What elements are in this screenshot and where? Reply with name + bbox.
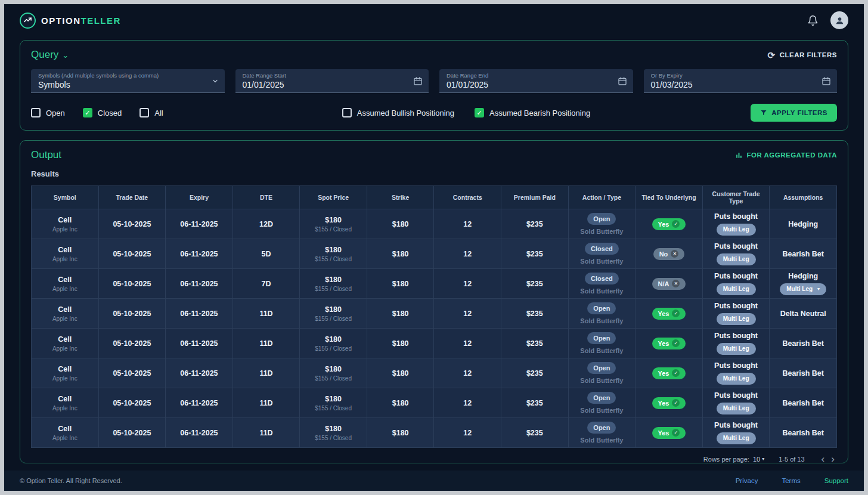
checkbox-icon: ✓	[475, 108, 484, 117]
multi-leg-badge: Multi Leg	[717, 253, 756, 265]
terms-link[interactable]: Terms	[782, 477, 800, 484]
strike: $180	[370, 369, 432, 378]
or-by-expiry-label: Or By Expiry	[651, 72, 817, 79]
action-sub: Sold Butterfly	[571, 377, 633, 384]
pagination-range: 1-5 of 13	[779, 456, 804, 463]
expiry: 06-11-2025	[168, 250, 230, 258]
company-name: Apple Inc	[34, 375, 96, 382]
chevron-down-icon: ▾	[762, 456, 764, 462]
premium-paid: $235	[504, 250, 566, 258]
premium-paid: $235	[504, 310, 566, 318]
date-range-end-field[interactable]: Date Range End 01/01/2025	[439, 69, 633, 93]
previous-page-button[interactable]: ‹	[819, 454, 827, 464]
spot-price: $180	[302, 305, 364, 314]
spot-price-sub: $155 / Closed	[302, 226, 364, 233]
aggregated-data-link[interactable]: FOR AGGREGATED DATA	[735, 151, 837, 159]
calendar-icon[interactable]	[822, 76, 831, 86]
checkbox-label: Closed	[98, 109, 122, 117]
spot-price-sub: $155 / Closed	[302, 435, 364, 441]
tied-to-underlying-badge: Yes✓	[652, 397, 686, 409]
col-strike: Strike	[367, 186, 434, 209]
trade-date: 05-10-2025	[101, 280, 163, 288]
assumption: Bearish Bet	[772, 250, 834, 258]
spot-price: $180	[302, 216, 364, 224]
checkbox-icon	[342, 108, 352, 117]
checkbox-closed[interactable]: ✓ Closed	[83, 108, 122, 117]
or-by-expiry-field[interactable]: Or By Expiry 01/03/2025	[644, 69, 838, 93]
next-page-button[interactable]: ›	[829, 454, 837, 464]
footer: © Option Teller. All Right Reserved. Pri…	[4, 471, 864, 491]
calendar-icon[interactable]	[413, 76, 423, 86]
action-sub: Sold Butterfly	[571, 437, 633, 444]
date-range-start-label: Date Range Start	[243, 72, 409, 79]
assumption: Delta Neutral	[772, 310, 834, 318]
notifications-bell-icon[interactable]	[807, 15, 819, 26]
dte: 11D	[235, 429, 297, 437]
chevron-down-icon: ▾	[817, 284, 820, 294]
date-range-start-field[interactable]: Date Range Start 01/01/2025	[235, 69, 429, 93]
rows-per-page-label: Rows per page:	[703, 456, 749, 463]
contracts: 12	[436, 310, 498, 318]
aggregated-data-icon	[735, 151, 743, 159]
expiry: 06-11-2025	[168, 220, 230, 228]
action-status-badge: Open	[587, 422, 616, 434]
apply-filters-button[interactable]: APPLY FILTERS	[751, 104, 837, 122]
spot-price: $180	[302, 276, 364, 284]
action-status-badge: Closed	[585, 273, 619, 284]
support-link[interactable]: Support	[824, 477, 848, 484]
spot-price: $180	[302, 335, 364, 344]
assumption: Bearish Bet	[772, 369, 834, 378]
table-row: CellApple Inc 05-10-2025 06-11-2025 7D $…	[32, 269, 837, 299]
customer-trade-type: Puts bought	[705, 361, 767, 370]
spot-price: $180	[302, 365, 364, 373]
query-checkbox-row: Open ✓ Closed All Assumed Bullish Positi…	[31, 104, 837, 122]
col-contracts: Contracts	[434, 186, 501, 209]
brand-name: OPTIONTELLER	[41, 16, 121, 26]
check-icon: ✓	[672, 399, 680, 407]
assumption: Bearish Bet	[772, 339, 834, 348]
pagination: Rows per page: 10 ▾ 1-5 of 13 ‹ ›	[31, 448, 837, 464]
contracts: 12	[436, 280, 498, 288]
checkbox-icon	[140, 108, 149, 117]
customer-trade-type: Puts bought	[705, 421, 767, 429]
spot-price-sub: $155 / Closed	[302, 375, 364, 382]
calendar-icon[interactable]	[618, 76, 627, 86]
query-fields: Symbols (Add multiple symbols using a co…	[31, 69, 837, 93]
expiry: 06-11-2025	[168, 310, 230, 318]
assumption-multi-leg-select[interactable]: Multi Leg▾	[780, 283, 826, 295]
col-premium-paid: Premium Paid	[501, 186, 569, 209]
app-window: OPTIONTELLER Query ⌄ ⟳ CLEAR FILTERS S	[4, 4, 864, 491]
tied-to-underlying-badge: Yes✓	[652, 308, 686, 320]
query-title[interactable]: Query ⌄	[31, 49, 69, 61]
checkbox-open[interactable]: Open	[31, 108, 65, 117]
tied-to-underlying-badge: Yes✓	[652, 367, 686, 379]
symbol: Cell	[34, 276, 96, 284]
action-sub: Sold Butterfly	[571, 317, 633, 324]
check-icon: ✓	[672, 339, 680, 347]
company-name: Apple Inc	[34, 226, 96, 233]
symbols-select[interactable]: Symbols (Add multiple symbols using a co…	[31, 69, 225, 93]
checkbox-assumed-bullish[interactable]: Assumed Bullish Positioning	[342, 108, 454, 117]
rows-per-page-select[interactable]: 10 ▾	[753, 456, 764, 463]
contracts: 12	[436, 220, 498, 228]
clear-filters-button[interactable]: ⟳ CLEAR FILTERS	[768, 51, 837, 60]
symbol: Cell	[34, 395, 96, 403]
table-row: CellApple Inc 05-10-2025 06-11-2025 11D …	[32, 388, 837, 418]
date-range-end-label: Date Range End	[447, 72, 613, 79]
or-by-expiry-value: 01/03/2025	[651, 80, 817, 89]
user-avatar[interactable]	[830, 11, 848, 29]
checkbox-label: All	[154, 109, 163, 117]
checkbox-icon	[31, 108, 41, 117]
multi-leg-badge: Multi Leg	[717, 224, 756, 236]
dte: 11D	[235, 399, 297, 407]
assumption: Bearish Bet	[772, 429, 834, 437]
check-icon: ✓	[672, 310, 680, 317]
checkbox-all[interactable]: All	[140, 108, 163, 117]
privacy-link[interactable]: Privacy	[736, 477, 758, 484]
expiry: 06-11-2025	[168, 369, 230, 378]
checkbox-assumed-bearish[interactable]: ✓ Assumed Bearish Positioning	[475, 108, 590, 117]
check-icon: ✓	[672, 369, 680, 377]
brand-logo: OPTIONTELLER	[20, 13, 121, 29]
strike: $180	[370, 220, 432, 228]
strike: $180	[370, 310, 432, 318]
